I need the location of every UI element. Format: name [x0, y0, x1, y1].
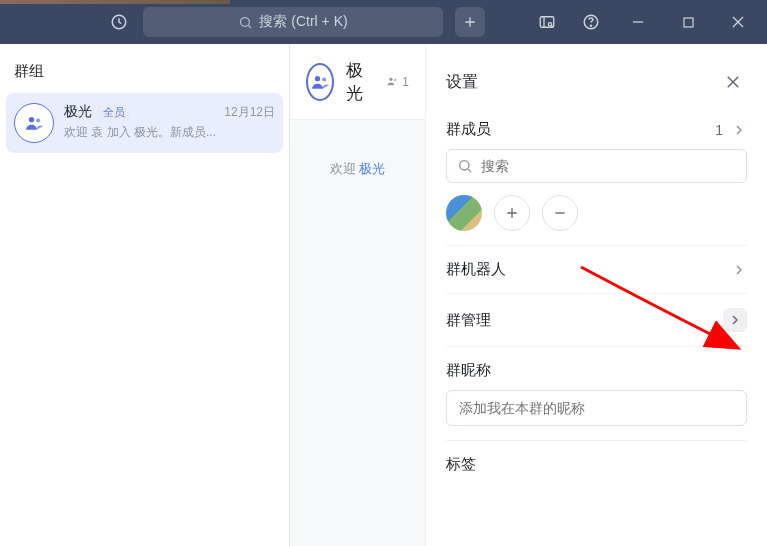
chat-title: 极光: [346, 59, 370, 105]
chat-header-avatar[interactable]: [306, 63, 334, 101]
svg-point-9: [315, 76, 320, 81]
nickname-input[interactable]: [459, 400, 734, 416]
close-icon: [732, 16, 744, 28]
member-search-input[interactable]: [481, 158, 736, 174]
global-search[interactable]: 搜索 (Ctrl + K): [143, 7, 443, 37]
welcome-text: 欢迎: [330, 161, 360, 176]
minimize-icon: [632, 16, 644, 28]
help-button[interactable]: [573, 6, 609, 38]
chat-preview: 欢迎 袁 加入 极光。新成员...: [64, 124, 275, 141]
new-button[interactable]: [455, 7, 485, 37]
bots-row[interactable]: 群机器人: [446, 260, 747, 279]
search-placeholder: 搜索 (Ctrl + K): [259, 13, 347, 31]
nickname-section: 群昵称: [446, 347, 747, 441]
close-icon: [724, 73, 742, 91]
manage-label: 群管理: [446, 311, 491, 330]
nickname-label: 群昵称: [446, 361, 747, 380]
settings-title: 设置: [446, 72, 478, 93]
svg-point-1: [241, 17, 250, 26]
title-bar: 搜索 (Ctrl + K): [0, 0, 767, 44]
maximize-button[interactable]: [667, 0, 709, 44]
bots-section: 群机器人: [446, 246, 747, 294]
svg-rect-6: [684, 18, 693, 27]
chat-header: 极光 1: [290, 44, 425, 120]
tags-section: 标签: [446, 441, 747, 488]
svg-point-11: [390, 78, 393, 81]
manage-row[interactable]: 群管理: [446, 308, 747, 332]
nickname-input-wrap[interactable]: [446, 390, 747, 426]
chevron-right-icon: [731, 262, 747, 278]
people-icon: [310, 72, 330, 92]
help-icon: [582, 13, 600, 31]
svg-point-8: [36, 119, 40, 123]
member-search[interactable]: [446, 149, 747, 183]
history-icon: [110, 13, 128, 31]
members-count: 1: [715, 122, 723, 138]
chat-area: 极光 1 欢迎 极光: [290, 44, 425, 546]
members-label: 群成员: [446, 120, 491, 139]
search-icon: [238, 15, 253, 30]
svg-point-3: [548, 23, 551, 26]
chat-member-count: 1: [386, 75, 409, 89]
maximize-icon: [683, 17, 694, 28]
tags-label: 标签: [446, 455, 747, 474]
member-avatar[interactable]: [446, 195, 482, 231]
chat-time: 12月12日: [224, 104, 275, 121]
welcome-link[interactable]: 极光: [359, 161, 385, 176]
settings-panel: 设置 群成员 1: [425, 44, 767, 546]
svg-point-10: [322, 77, 326, 81]
history-button[interactable]: [103, 6, 135, 38]
plus-icon: [504, 205, 520, 221]
people-icon: [24, 113, 44, 133]
group-avatar: [14, 103, 54, 143]
apps-button[interactable]: [529, 6, 565, 38]
members-section: 群成员 1: [446, 106, 747, 246]
chat-name: 极光: [64, 103, 92, 121]
sidebar-header: 群组: [0, 44, 289, 93]
add-member-button[interactable]: [494, 195, 530, 231]
members-row[interactable]: 群成员 1: [446, 120, 747, 139]
bots-label: 群机器人: [446, 260, 506, 279]
chat-list-item[interactable]: 极光 全员 12月12日 欢迎 袁 加入 极光。新成员...: [6, 93, 283, 153]
svg-point-5: [590, 25, 591, 26]
titlebar-accent: [0, 0, 230, 4]
minus-icon: [552, 205, 568, 221]
svg-point-7: [29, 117, 34, 122]
search-icon: [457, 158, 473, 174]
apps-icon: [538, 13, 556, 31]
close-window-button[interactable]: [717, 0, 759, 44]
chat-body: 欢迎 极光: [290, 120, 425, 178]
plus-icon: [462, 14, 478, 30]
manage-section: 群管理: [446, 294, 747, 347]
chevron-right-icon: [723, 308, 747, 332]
chat-list-sidebar: 群组 极光 全员 12月12日 欢迎 袁 加入 极光。新成员...: [0, 44, 290, 546]
svg-point-13: [460, 161, 469, 170]
members-icon: [386, 75, 399, 88]
close-settings-button[interactable]: [719, 68, 747, 96]
chevron-right-icon: [731, 122, 747, 138]
remove-member-button[interactable]: [542, 195, 578, 231]
svg-point-12: [394, 79, 396, 81]
minimize-button[interactable]: [617, 0, 659, 44]
chat-badge: 全员: [98, 104, 130, 121]
